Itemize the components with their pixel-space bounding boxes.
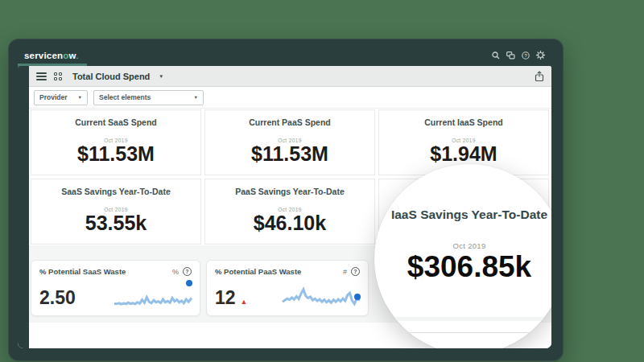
svg-text:?: ? [524,53,527,58]
connect-chat-icon[interactable] [506,51,515,60]
brand-text: servicen [24,51,63,60]
magnified-kpi-period: Oct 2019 [374,241,551,250]
unit-number-icon: # [343,268,347,276]
magnified-kpi-title: IaaS Savings Year-To-Date [374,208,551,222]
brand-o: o [63,51,68,60]
menu-icon[interactable] [36,72,47,80]
brand-text-2: w [69,51,76,60]
kpi-title: SaaS Savings Year-To-Date [31,187,200,196]
kpi-title: Current IaaS Spend [379,117,548,127]
help-icon[interactable]: ? [522,51,530,60]
left-edge-panel [18,66,29,348]
kpi-value: $1.94M [379,143,548,165]
banner-icon-group: ? [492,51,545,60]
kpi-title: Current SaaS Spend [31,117,200,127]
trend-up-icon: ▲ [241,298,248,306]
kpi-value: 53.55k [31,212,200,234]
gear-icon[interactable] [536,51,545,60]
backdrop: servicenow. ? [0,0,644,362]
dashboard-main: Total Cloud Spend ▼ Provider ▼ [29,66,551,348]
unit-percent-icon: % [172,268,179,276]
waste-card-title: % Potential SaaS Waste [39,267,126,276]
servicenow-logo: servicenow. [24,51,78,60]
sparkline-chart [114,287,192,308]
kpi-title: Current PaaS Spend [205,117,374,127]
dashboard-content: Current SaaS Spend Oct 2019 $11.53M Curr… [29,109,551,348]
dashboard-title: Total Cloud Spend [72,72,150,81]
servicenow-banner: servicenow. ? [18,44,551,66]
help-icon[interactable]: ? [351,267,360,276]
share-icon[interactable] [535,71,544,82]
browser-window: servicenow. ? [8,39,564,361]
kpi-card-saas-savings-ytd[interactable]: SaaS Savings Year-To-Date Oct 2019 53.55… [31,179,201,245]
kpi-value: $11.53M [31,143,200,165]
waste-card-saas[interactable]: % Potential SaaS Waste % ? 2.50 [31,260,200,316]
magnified-kpi-value: $306.85k [374,251,551,283]
latest-point-dot [186,280,192,286]
waste-card-paas[interactable]: % Potential PaaS Waste # ? 12 ▲ [206,260,369,316]
provider-select[interactable]: Provider ▼ [34,90,88,105]
select-elements-select[interactable]: Select elements ▼ [93,90,204,105]
magnified-next-card-edge [392,332,547,348]
kpi-card-current-paas-spend[interactable]: Current PaaS Spend Oct 2019 $11.53M [204,109,375,175]
kpi-title: PaaS Savings Year-To-Date [205,187,374,196]
kpi-value: $46.10k [205,212,374,234]
sparkline-chart [283,287,360,308]
dashboard-header: Total Cloud Spend ▼ [29,66,551,87]
waste-card-title: % Potential PaaS Waste [215,267,301,276]
dashboard-title-caret-icon[interactable]: ▼ [159,74,163,79]
kpi-value: $11.53M [205,143,374,165]
sparkline-saas [114,281,192,308]
magnified-row-gap [374,317,551,321]
dashboard-grid-icon[interactable] [54,72,62,80]
filter-bar: Provider ▼ Select elements ▼ [29,87,551,109]
sparkline-paas [283,281,360,308]
magnifier-circle: IaaS Savings Year-To-Date Oct 2019 $306.… [374,164,551,348]
search-icon[interactable] [492,51,500,60]
chevron-down-icon: ▼ [188,95,198,100]
waste-value: 12 [215,287,236,308]
brand-dot: . [76,52,79,60]
chevron-down-icon: ▼ [72,95,82,100]
app-body: Total Cloud Spend ▼ Provider ▼ [18,66,551,348]
kpi-card-paas-savings-ytd[interactable]: PaaS Savings Year-To-Date Oct 2019 $46.1… [204,179,375,245]
select-elements-label: Select elements [99,93,151,101]
provider-select-label: Provider [39,93,68,101]
kpi-card-current-saas-spend[interactable]: Current SaaS Spend Oct 2019 $11.53M [31,109,201,175]
waste-value: 2.50 [39,287,76,308]
help-icon[interactable]: ? [183,267,192,276]
